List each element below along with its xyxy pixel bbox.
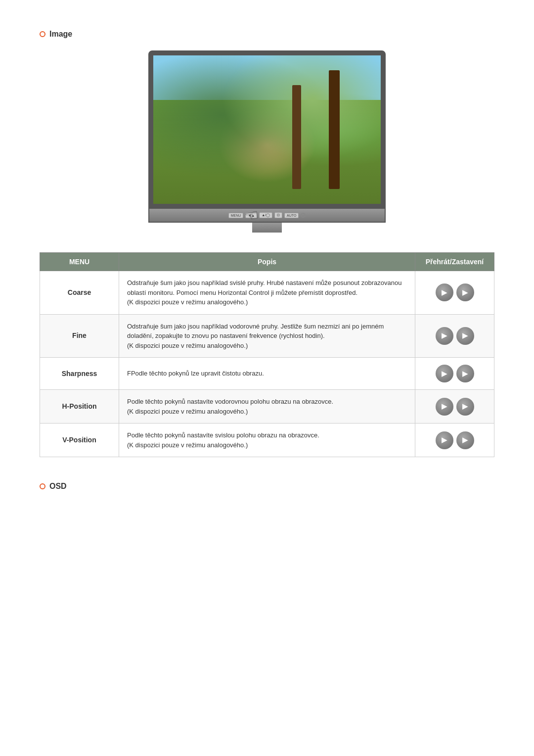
menu-table: MENU Popis Přehrát/Zastavení Coarse Odst…	[40, 252, 494, 457]
ctrl-next-sharpness[interactable]: ▶	[456, 365, 474, 382]
header-control: Přehrát/Zastavení	[415, 253, 494, 271]
garden-scene	[153, 55, 381, 204]
ctrl-prev-vposition[interactable]: ▶	[436, 431, 453, 449]
table-header: MENU Popis Přehrát/Zastavení	[40, 253, 494, 271]
ctrl-prev-fine[interactable]: ▶	[436, 327, 453, 345]
menu-label-vposition: V-Position	[40, 424, 119, 457]
ctrl-prev-coarse[interactable]: ▶	[436, 284, 453, 301]
ctrl-next-vposition[interactable]: ▶	[456, 431, 474, 449]
monitor-bezel-bottom: MENU ◄▲ ▲/◯ ⊡ AUTO	[148, 209, 386, 223]
control-buttons-fine[interactable]: ▶ ▶	[423, 327, 486, 345]
ctrl-auto[interactable]: AUTO	[284, 213, 299, 218]
control-buttons-sharpness[interactable]: ▶ ▶	[423, 365, 486, 382]
table-body: Coarse Odstraňuje šum jako jsou napříkla…	[40, 271, 494, 457]
ctrl-next-fine[interactable]: ▶	[456, 327, 474, 345]
ctrl-arrows2[interactable]: ▲/◯	[259, 212, 272, 218]
menu-label-coarse: Coarse	[40, 271, 119, 315]
monitor-screen	[148, 50, 386, 209]
control-buttons-hposition[interactable]: ▶ ▶	[423, 398, 486, 416]
osd-section-dot	[40, 483, 45, 489]
desc-sharpness: FPodle těchto pokynů lze upravit čistotu…	[119, 358, 415, 390]
menu-label-sharpness: Sharpness	[40, 358, 119, 390]
desc-vposition: Podle těchto pokynů nastavíte svislou po…	[119, 424, 415, 457]
header-menu: MENU	[40, 253, 119, 271]
control-buttons-coarse[interactable]: ▶ ▶	[423, 284, 486, 301]
osd-section-title: OSD	[40, 482, 494, 491]
ctrl-power[interactable]	[301, 213, 306, 218]
header-description: Popis	[119, 253, 415, 271]
table-row: V-Position Podle těchto pokynů nastavíte…	[40, 424, 494, 457]
ctrl-next-coarse[interactable]: ▶	[456, 284, 474, 301]
desc-fine: Odstraňuje šum jako jsou například vodor…	[119, 314, 415, 358]
ctrl-square[interactable]: ⊡	[274, 212, 282, 218]
ctrl-coarse[interactable]: ▶ ▶	[415, 271, 494, 315]
desc-coarse: Odstraňuje šum jako jsou například svisl…	[119, 271, 415, 315]
ctrl-next-hposition[interactable]: ▶	[456, 398, 474, 416]
image-section-dot	[40, 31, 45, 37]
monitor-illustration: MENU ◄▲ ▲/◯ ⊡ AUTO ☜	[40, 50, 494, 233]
table-row: Coarse Odstraňuje šum jako jsou napříkla…	[40, 271, 494, 315]
ctrl-vposition[interactable]: ▶ ▶	[415, 424, 494, 457]
image-section-title: Image	[40, 30, 494, 39]
table-row: H-Position Podle těchto pokynů nastavíte…	[40, 390, 494, 424]
control-buttons-vposition[interactable]: ▶ ▶	[423, 431, 486, 449]
ctrl-prev-hposition[interactable]: ▶	[436, 398, 453, 416]
ctrl-menu[interactable]: MENU	[228, 213, 244, 218]
monitor-wrap: MENU ◄▲ ▲/◯ ⊡ AUTO ☜	[148, 50, 386, 233]
table-header-row: MENU Popis Přehrát/Zastavení	[40, 253, 494, 271]
menu-label-hposition: H-Position	[40, 390, 119, 424]
menu-label-fine: Fine	[40, 314, 119, 358]
table-row: Sharpness FPodle těchto pokynů lze uprav…	[40, 358, 494, 390]
ctrl-hposition[interactable]: ▶ ▶	[415, 390, 494, 424]
osd-section: OSD	[40, 482, 494, 491]
ctrl-sharpness[interactable]: ▶ ▶	[415, 358, 494, 390]
monitor-controls: MENU ◄▲ ▲/◯ ⊡ AUTO	[228, 212, 306, 218]
ctrl-fine[interactable]: ▶ ▶	[415, 314, 494, 358]
desc-hposition: Podle těchto pokynů nastavíte vodorovnou…	[119, 390, 415, 424]
ctrl-prev-sharpness[interactable]: ▶	[436, 365, 453, 382]
table-row: Fine Odstraňuje šum jako jsou například …	[40, 314, 494, 358]
